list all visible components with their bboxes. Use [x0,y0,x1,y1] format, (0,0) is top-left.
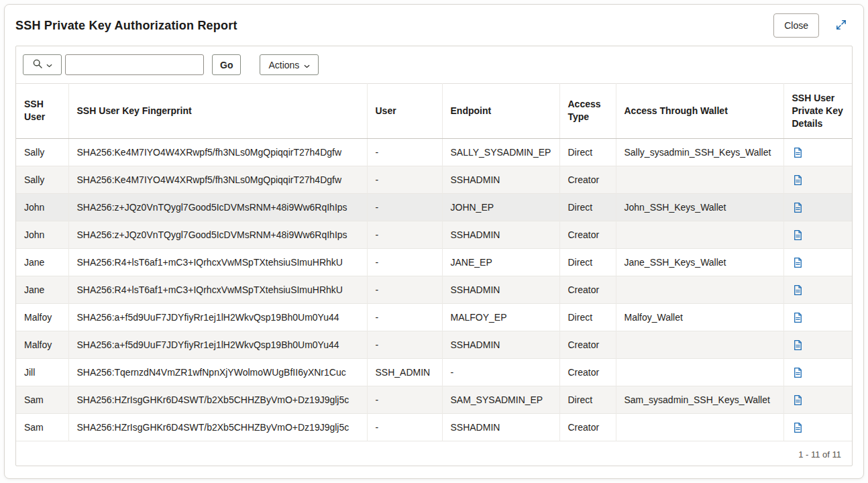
cell-ssh-user: Malfoy [16,331,68,358]
cell-private-key-details [783,358,852,386]
cell-user: - [367,331,442,358]
private-key-details-document-icon[interactable] [792,147,804,158]
cell-wallet [616,276,783,303]
cell-wallet: Malfoy_Wallet [616,303,783,331]
column-header-key-details[interactable]: SSH User Private Key Details [783,84,852,139]
report-table-header: SSH User SSH User Key Fingerprint User E… [16,84,852,139]
cell-fingerprint: SHA256:Ke4M7IYO4W4XRwpf5/fh3NLs0MgQpiqqi… [68,138,367,166]
cell-private-key-details [783,386,852,413]
cell-endpoint: SSHADMIN [442,166,559,193]
cell-endpoint: MALFOY_EP [442,303,559,331]
cell-access-type: Creator [559,221,616,248]
cell-user: - [367,221,442,248]
cell-fingerprint: SHA256:Ke4M7IYO4W4XRwpf5/fh3NLs0MgQpiqqi… [68,166,367,193]
cell-wallet: Jane_SSH_Keys_Wallet [616,248,783,276]
table-row: SallySHA256:Ke4M7IYO4W4XRwpf5/fh3NLs0MgQ… [16,138,852,166]
maximize-button[interactable] [834,17,849,34]
table-row: MalfoySHA256:a+f5d9UuF7JDYfiyRr1ej1lH2Wk… [16,303,852,331]
table-row: JohnSHA256:z+JQz0VnTQygl7Good5IcDVMsRNM+… [16,221,852,248]
chevron-down-icon [304,60,310,70]
cell-ssh-user: John [16,193,68,221]
cell-endpoint: JANE_EP [442,248,559,276]
cell-fingerprint: SHA256:z+JQz0VnTQygl7Good5IcDVMsRNM+48i9… [68,221,367,248]
cell-user: - [367,193,442,221]
report-toolbar: Go Actions [16,46,852,83]
cell-private-key-details [783,331,852,358]
cell-ssh-user: Jane [16,276,68,303]
interactive-report-region: Go Actions SSH User SSH User Key Fingerp… [15,46,853,466]
cell-access-type: Creator [559,413,616,441]
column-header-fingerprint[interactable]: SSH User Key Fingerprint [68,84,367,139]
private-key-details-document-icon[interactable] [792,394,804,406]
cell-private-key-details [783,303,852,331]
dialog-header: SSH Private Key Authorization Report Clo… [5,5,863,46]
cell-private-key-details [783,248,852,276]
cell-fingerprint: SHA256:a+f5d9UuF7JDYfiyRr1ej1lH2WkvQsp19… [68,303,367,331]
table-row: JohnSHA256:z+JQz0VnTQygl7Good5IcDVMsRNM+… [16,193,852,221]
cell-ssh-user: Malfoy [16,303,68,331]
close-button[interactable]: Close [773,13,819,38]
search-options-button[interactable] [23,54,62,75]
cell-wallet: Sally_sysadmin_SSH_Keys_Wallet [616,138,783,166]
cell-user: - [367,138,442,166]
cell-access-type: Direct [559,193,616,221]
private-key-details-document-icon[interactable] [792,174,804,186]
cell-endpoint: SSHADMIN [442,331,559,358]
cell-endpoint: SALLY_SYSADMIN_EP [442,138,559,166]
cell-ssh-user: Jane [16,248,68,276]
private-key-details-document-icon[interactable] [792,312,804,323]
cell-ssh-user: Sam [16,413,68,441]
column-header-wallet[interactable]: Access Through Wallet [616,84,783,139]
actions-button[interactable]: Actions [260,54,319,75]
private-key-details-document-icon[interactable] [792,229,804,241]
cell-endpoint: - [442,358,559,386]
cell-ssh-user: John [16,221,68,248]
cell-wallet [616,166,783,193]
cell-ssh-user: Sam [16,386,68,413]
cell-user: - [367,166,442,193]
ssh-report-dialog: SSH Private Key Authorization Report Clo… [4,4,864,479]
cell-fingerprint: SHA256:HZrIsgGHKr6D4SWT/b2Xb5CHHZByVmO+D… [68,386,367,413]
go-button[interactable]: Go [212,54,241,75]
private-key-details-document-icon[interactable] [792,284,804,296]
search-input[interactable] [65,54,204,75]
column-header-user[interactable]: User [367,84,442,139]
cell-access-type: Creator [559,331,616,358]
report-table-body: SallySHA256:Ke4M7IYO4W4XRwpf5/fh3NLs0MgQ… [16,138,852,441]
table-row: SamSHA256:HZrIsgGHKr6D4SWT/b2Xb5CHHZByVm… [16,386,852,413]
private-key-details-document-icon[interactable] [792,367,804,378]
table-row: MalfoySHA256:a+f5d9UuF7JDYfiyRr1ej1lH2Wk… [16,331,852,358]
cell-access-type: Creator [559,358,616,386]
private-key-details-document-icon[interactable] [792,422,804,433]
cell-wallet [616,413,783,441]
column-header-access-type[interactable]: Access Type [559,84,616,139]
cell-private-key-details [783,166,852,193]
cell-user: - [367,386,442,413]
cell-access-type: Direct [559,138,616,166]
table-row: SallySHA256:Ke4M7IYO4W4XRwpf5/fh3NLs0MgQ… [16,166,852,193]
private-key-details-document-icon[interactable] [792,202,804,213]
cell-ssh-user: Sally [16,138,68,166]
column-header-ssh-user[interactable]: SSH User [16,84,68,139]
expand-icon [835,19,847,33]
cell-access-type: Direct [559,386,616,413]
cell-wallet [616,331,783,358]
cell-fingerprint: SHA256:R4+lsT6af1+mC3+IQrhcxVwMSpTXtehsi… [68,248,367,276]
private-key-details-document-icon[interactable] [792,257,804,268]
cell-endpoint: SSHADMIN [442,221,559,248]
cell-wallet [616,358,783,386]
private-key-details-document-icon[interactable] [792,339,804,351]
pagination: 1 - 11 of 11 [16,441,852,466]
column-header-endpoint[interactable]: Endpoint [442,84,559,139]
cell-access-type: Direct [559,248,616,276]
cell-user: - [367,303,442,331]
cell-private-key-details [783,276,852,303]
cell-ssh-user: Sally [16,166,68,193]
cell-access-type: Direct [559,303,616,331]
cell-endpoint: SSHADMIN [442,276,559,303]
cell-fingerprint: SHA256:TqernzdN4VmZR1wfNpnXjYWolmoWUgBfI… [68,358,367,386]
cell-wallet [616,221,783,248]
cell-user: - [367,248,442,276]
search-icon [32,58,43,71]
cell-user: - [367,413,442,441]
